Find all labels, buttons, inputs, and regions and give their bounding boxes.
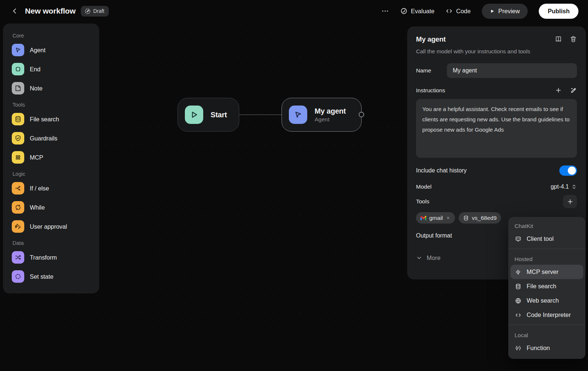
shuffle-icon xyxy=(12,251,24,264)
mcp-dots-icon xyxy=(12,151,24,164)
node-palette: CoreAgentEndNoteToolsFile searchGuardrai… xyxy=(3,24,99,293)
menu-item-code-interpreter[interactable]: Code Interpreter xyxy=(508,308,585,322)
palette-item-mcp[interactable]: MCP xyxy=(7,148,95,167)
menu-divider xyxy=(508,325,585,325)
trash-icon xyxy=(570,35,577,43)
preview-button[interactable]: Preview xyxy=(482,4,528,19)
menu-item-label: MCP server xyxy=(527,268,559,275)
add-tool-button[interactable] xyxy=(563,195,577,208)
menu-item-web-search[interactable]: Web search xyxy=(508,293,585,308)
evaluate-button[interactable]: Evaluate xyxy=(400,7,434,15)
edge-start-to-agent xyxy=(239,114,282,115)
chevron-left-icon xyxy=(11,7,18,15)
generate-instructions-button[interactable] xyxy=(570,87,577,94)
square-icon xyxy=(12,63,24,75)
code-button[interactable]: Code xyxy=(445,7,470,15)
draft-badge: Draft xyxy=(81,6,109,17)
palette-item-label: User approval xyxy=(30,223,67,230)
instructions-textarea[interactable]: You are a helpful assistant. Check recen… xyxy=(416,99,577,158)
palette-item-label: Guardrails xyxy=(30,135,57,142)
shield-icon xyxy=(12,132,24,145)
palette-section-label: Core xyxy=(12,33,95,39)
palette-item-while[interactable]: While xyxy=(7,198,95,217)
approval-icon xyxy=(12,220,24,233)
menu-item-label: Function xyxy=(527,345,550,352)
palette-item-guardrails[interactable]: Guardrails xyxy=(7,129,95,148)
palette-item-label: File search xyxy=(30,116,59,123)
database-icon xyxy=(463,215,469,221)
database-icon xyxy=(514,283,521,290)
add-tool-menu: ChatKitClient toolHostedMCP serverFile s… xyxy=(508,217,585,359)
menu-item-file-search[interactable]: File search xyxy=(508,279,585,293)
draft-pencil-icon xyxy=(85,8,91,14)
palette-item-end[interactable]: End xyxy=(7,60,95,79)
evaluate-icon xyxy=(400,7,408,15)
tool-chip-vs-68ed9[interactable]: vs_68ed9 xyxy=(459,212,501,224)
inspector-title: My agent xyxy=(416,35,446,43)
mcp-lines-icon xyxy=(514,269,521,275)
include-chat-history-label: Include chat history xyxy=(416,167,467,174)
globe-icon xyxy=(514,297,521,304)
model-value: gpt-4.1 xyxy=(551,183,569,190)
more-options-button[interactable] xyxy=(381,7,389,15)
add-instruction-button[interactable] xyxy=(555,87,562,94)
agent-node[interactable]: My agent Agent xyxy=(282,98,362,132)
palette-item-label: Note xyxy=(30,85,42,92)
palette-item-if-else[interactable]: If / else xyxy=(7,179,95,198)
more-label: More xyxy=(427,254,441,261)
toggle-knob xyxy=(568,167,576,175)
back-button[interactable] xyxy=(10,6,20,16)
tool-chip-label: gmail xyxy=(429,215,443,221)
workflow-title: New workflow xyxy=(25,7,76,15)
code-label: Code xyxy=(456,8,470,15)
plus-icon xyxy=(567,198,574,205)
book-open-icon xyxy=(555,35,562,43)
palette-item-note[interactable]: Note xyxy=(7,79,95,98)
palette-section-label: Data xyxy=(12,240,95,246)
menu-section-label: Local xyxy=(508,328,585,341)
start-node[interactable]: Start xyxy=(178,98,239,132)
loop-icon xyxy=(12,201,24,214)
menu-section-label: ChatKit xyxy=(508,218,585,232)
palette-item-label: Set state xyxy=(30,273,53,280)
agent-node-subtitle: Agent xyxy=(315,116,346,123)
duplicate-button[interactable] xyxy=(555,35,562,43)
preview-label: Preview xyxy=(498,8,520,15)
menu-item-function[interactable]: Function xyxy=(508,341,585,355)
palette-item-label: Transform xyxy=(30,254,57,261)
play-outline-icon xyxy=(189,110,199,119)
menu-item-label: Client tool xyxy=(527,235,553,242)
menu-item-mcp-server[interactable]: MCP server xyxy=(510,265,583,279)
plus-icon xyxy=(555,87,562,94)
code-icon xyxy=(514,312,521,318)
remove-tool-icon[interactable] xyxy=(446,215,451,220)
palette-item-agent[interactable]: Agent xyxy=(7,40,95,60)
menu-divider xyxy=(508,249,585,249)
database-icon xyxy=(12,113,24,125)
include-chat-history-toggle[interactable] xyxy=(559,165,577,176)
publish-button[interactable]: Publish xyxy=(539,4,578,19)
tool-chip-gmail[interactable]: gmail xyxy=(416,212,455,224)
palette-item-file-search[interactable]: File search xyxy=(7,110,95,129)
note-icon xyxy=(12,82,24,94)
delete-button[interactable] xyxy=(570,35,577,43)
start-node-label: Start xyxy=(211,111,227,119)
tools-label: Tools xyxy=(416,198,429,205)
top-bar: New workflow Draft Evaluate Code Preview… xyxy=(0,0,588,22)
publish-label: Publish xyxy=(548,8,570,15)
draft-badge-label: Draft xyxy=(93,8,104,14)
palette-item-set-state[interactable]: Set state xyxy=(7,267,95,286)
palette-section-label: Logic xyxy=(12,171,95,177)
agent-node-output-port[interactable] xyxy=(359,112,364,117)
branch-icon xyxy=(12,182,24,195)
name-input[interactable] xyxy=(447,63,577,78)
palette-item-transform[interactable]: Transform xyxy=(7,248,95,267)
palette-item-user-approval[interactable]: User approval xyxy=(7,217,95,236)
menu-item-client-tool[interactable]: Client tool xyxy=(508,232,585,246)
palette-item-label: Agent xyxy=(30,47,46,54)
menu-item-label: Web search xyxy=(527,297,559,304)
model-select[interactable]: gpt-4.1 xyxy=(551,183,577,190)
menu-section-label: Hosted xyxy=(508,252,585,265)
instructions-label: Instructions xyxy=(416,87,445,94)
inspector-description: Call the model with your instructions an… xyxy=(416,48,577,55)
